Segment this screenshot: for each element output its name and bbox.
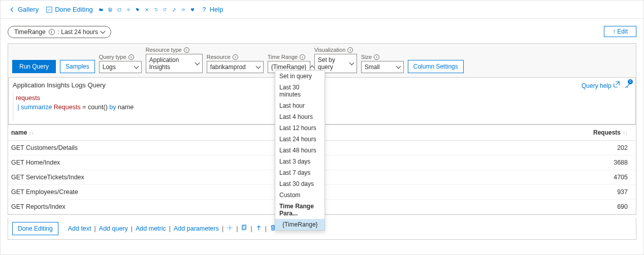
top-toolbar: Gallery Done Editing ? Help	[1, 1, 643, 19]
move-up-footer-icon[interactable]	[255, 225, 262, 233]
dropdown-group-header: Time Range Para...	[275, 201, 325, 219]
dropdown-option[interactable]: Last 48 hours	[275, 145, 325, 156]
svg-text:?: ?	[202, 6, 206, 13]
dropdown-option[interactable]: Last 7 days	[275, 167, 325, 178]
resource-type-label: Resource typei	[146, 47, 203, 53]
query-title: Application Insights Logs Query	[13, 81, 106, 89]
help-link[interactable]: ? Help	[198, 4, 227, 15]
dropdown-option[interactable]: Last 30 days	[275, 178, 325, 189]
help-label: Help	[210, 6, 223, 13]
open-folder-icon[interactable]	[97, 6, 105, 14]
time-range-dropdown: Set in query Last 30 minutes Last hour L…	[275, 70, 325, 231]
dropdown-selected-option[interactable]: {TimeRange}	[275, 219, 325, 230]
pill-value: : Last 24 hours	[58, 28, 98, 36]
done-editing-label: Done Editing	[55, 6, 92, 13]
resource-label: Resourcei	[207, 54, 264, 60]
column-settings-button[interactable]: Column Settings	[408, 60, 464, 73]
timerange-pill[interactable]: TimeRange i : Last 24 hours	[8, 26, 111, 38]
dropdown-option[interactable]: Custom	[275, 189, 325, 201]
info-icon: i	[49, 29, 55, 35]
resource-select[interactable]: fabrikamprod	[207, 61, 264, 73]
copy-footer-icon[interactable]	[241, 225, 247, 233]
svg-point-2	[137, 9, 137, 9]
edit-button[interactable]: ↑ Edit	[604, 26, 636, 37]
resource-type-select[interactable]: Application Insights	[146, 54, 203, 73]
add-query-link[interactable]: Add query	[99, 225, 128, 232]
query-help-link[interactable]: Query help	[582, 81, 620, 89]
save-icon[interactable]	[106, 6, 114, 14]
redo-icon[interactable]	[161, 6, 169, 14]
run-query-button[interactable]: Run Query	[12, 60, 56, 73]
undo-icon[interactable]	[152, 6, 160, 14]
query-pin-icon[interactable]: 0	[624, 81, 631, 89]
code-icon[interactable]	[179, 6, 187, 14]
svg-point-1	[127, 9, 129, 10]
dropdown-option[interactable]: Last 24 hours	[275, 134, 325, 145]
dropdown-option[interactable]: Last 30 minutes	[275, 82, 325, 100]
size-select[interactable]: Small	[361, 61, 404, 73]
query-panel: Run Query Samples Query typei Logs Resou…	[8, 43, 636, 125]
done-editing-footer-button[interactable]: Done Editing	[12, 222, 58, 235]
samples-button[interactable]: Samples	[60, 60, 95, 73]
size-label: Sizei	[361, 54, 404, 60]
dropdown-option[interactable]: Set in query	[275, 71, 325, 82]
heart-icon[interactable]	[188, 6, 197, 14]
dropdown-option[interactable]: Last 4 hours	[275, 111, 325, 122]
time-range-label: Time Rangei	[268, 54, 310, 60]
add-text-link[interactable]: Add text	[68, 225, 91, 232]
add-parameters-link[interactable]: Add parameters	[174, 225, 219, 232]
dropdown-option[interactable]: Last hour	[275, 100, 325, 111]
dropdown-option[interactable]: Last 3 days	[275, 156, 325, 167]
save-as-icon[interactable]	[115, 6, 123, 14]
svg-rect-0	[47, 7, 52, 12]
query-type-select[interactable]: Logs	[99, 61, 142, 73]
pin-icon[interactable]	[170, 6, 178, 14]
column-header-requests[interactable]: Requests↑↓	[504, 125, 636, 140]
query-type-label: Query typei	[99, 54, 142, 60]
dropdown-option[interactable]: Last 12 hours	[275, 122, 325, 134]
column-header-name[interactable]: name↑↓	[8, 125, 504, 140]
tag-icon[interactable]	[134, 6, 142, 14]
pill-label: TimeRange	[14, 28, 46, 36]
chevron-down-icon	[101, 29, 106, 34]
close-x-icon[interactable]	[143, 6, 151, 14]
settings-gear-icon[interactable]	[124, 6, 133, 14]
settings-footer-icon[interactable]	[227, 225, 233, 233]
gallery-link[interactable]: Gallery	[6, 4, 42, 15]
done-editing-link[interactable]: Done Editing	[43, 4, 95, 15]
visualization-label: Visualizationi	[314, 47, 357, 53]
sort-icon: ↑↓	[623, 130, 628, 136]
add-metric-link[interactable]: Add metric	[136, 225, 166, 232]
svg-point-4	[229, 227, 231, 229]
sort-icon: ↑↓	[29, 130, 34, 136]
gallery-label: Gallery	[18, 6, 39, 13]
